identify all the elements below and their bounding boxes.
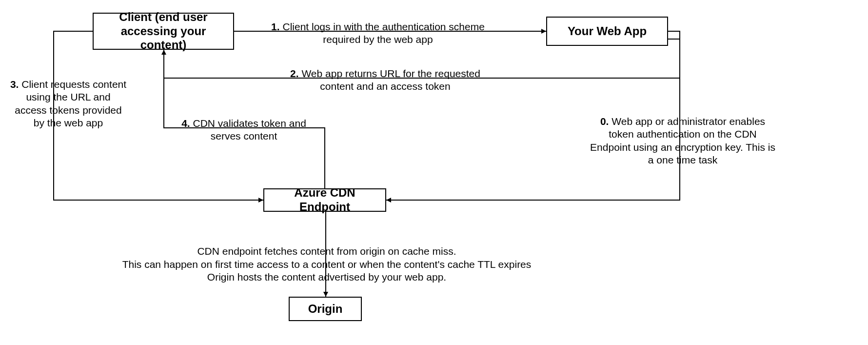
label-step1-num: 1.: [271, 21, 280, 32]
node-cdn-label: Azure CDN Endpoint: [269, 186, 380, 214]
label-origin-note-text: CDN endpoint fetches content from origin…: [122, 245, 532, 283]
label-step4-text: CDN validates token and serves content: [193, 118, 306, 142]
label-step0-text: Web app or administrator enables token a…: [590, 116, 775, 165]
label-step0-num: 0.: [600, 116, 609, 127]
node-origin: Origin: [289, 297, 362, 321]
label-step4: 4. CDN validates token and serves conten…: [166, 117, 322, 143]
node-client: Client (end user accessing your content): [93, 13, 234, 50]
label-step3: 3. Client requests content using the URL…: [10, 78, 127, 129]
node-webapp: Your Web App: [546, 17, 668, 46]
node-webapp-label: Your Web App: [568, 24, 647, 39]
node-cdn: Azure CDN Endpoint: [263, 188, 386, 212]
label-step1: 1. Client logs in with the authenticatio…: [263, 20, 493, 46]
label-step1-text: Client logs in with the authentication s…: [282, 21, 484, 45]
label-step2-num: 2.: [290, 68, 299, 79]
label-step0: 0. Web app or administrator enables toke…: [590, 115, 775, 166]
diagram-canvas: Client (end user accessing your content)…: [0, 0, 868, 345]
label-step4-num: 4.: [181, 118, 190, 129]
node-client-label: Client (end user accessing your content): [99, 10, 228, 52]
label-step3-text: Client requests content using the URL an…: [15, 79, 126, 128]
label-step2: 2. Web app returns URL for the requested…: [283, 67, 488, 93]
label-origin-note: CDN endpoint fetches content from origin…: [122, 232, 532, 284]
label-step2-text: Web app returns URL for the requested co…: [301, 68, 480, 92]
label-step3-num: 3.: [10, 79, 19, 90]
node-origin-label: Origin: [308, 302, 343, 316]
